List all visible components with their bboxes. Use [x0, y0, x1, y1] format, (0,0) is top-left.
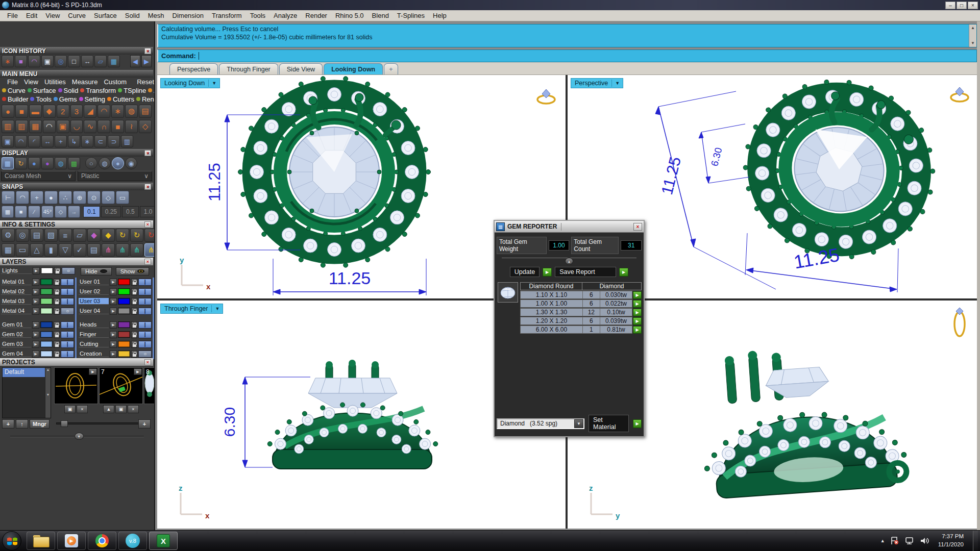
thumbnail-delete-button[interactable]: × — [128, 405, 139, 413]
show-desktop-button[interactable] — [973, 531, 978, 551]
arch-bend-icon[interactable]: ∩ — [97, 120, 110, 133]
layer-visibility-button[interactable]: | — [138, 279, 152, 286]
layer-label[interactable]: Finger — [79, 331, 109, 338]
scatter-tool-icon[interactable]: ∗ — [111, 105, 124, 118]
record-history-icon[interactable]: ↻ — [130, 229, 143, 242]
menu-item[interactable]: Tools — [246, 11, 270, 20]
tray-expand-icon[interactable]: ▲ — [880, 538, 885, 543]
measure-distance-icon[interactable]: ↔ — [81, 55, 93, 67]
clear-history-icon[interactable]: ↻ — [144, 229, 155, 242]
thumbnail-save-button[interactable]: ▣ — [64, 405, 76, 413]
gem-cage-icon[interactable]: △ — [30, 243, 43, 257]
alert-bell-icon[interactable]: ◆ — [102, 229, 115, 242]
gem-outline-icon[interactable]: ◇ — [139, 120, 152, 133]
category-item[interactable]: Gems — [53, 95, 78, 103]
close-icon[interactable]: × — [144, 259, 151, 265]
layer-visibility-button[interactable]: | — [138, 321, 152, 329]
gem-reporter-icon[interactable]: ▦ — [108, 55, 120, 67]
layer-color-swatch[interactable] — [118, 341, 130, 347]
layer-visibility-button[interactable]: | — [61, 331, 74, 338]
layer-color-swatch[interactable] — [118, 279, 130, 285]
command-input[interactable]: Command: — [157, 49, 977, 62]
orange-cube-icon[interactable]: ■ — [111, 120, 124, 133]
command-scrollbar[interactable] — [969, 24, 976, 47]
layer-arrow-button[interactable]: ▶ — [32, 308, 39, 315]
viewport-tab[interactable]: Perspective — [169, 63, 218, 74]
layer-arrow-button[interactable]: ▶ — [110, 331, 117, 338]
viewport-layout-icon[interactable]: ▦ — [2, 243, 15, 257]
filter-funnel-icon[interactable]: ▽ — [59, 243, 72, 257]
volume-icon[interactable] — [920, 537, 929, 545]
orient-tool-icon[interactable]: ◍ — [125, 105, 138, 118]
layer-arrow-button[interactable]: ▶ — [32, 350, 39, 358]
main-menu-reset[interactable]: Reset — [134, 78, 155, 86]
gem-size-cell[interactable]: 1.20 X 1.20 — [520, 317, 583, 325]
close-icon[interactable]: × — [633, 223, 642, 231]
lock-icon[interactable] — [131, 288, 138, 295]
save-report-arrow-button[interactable]: ▶ — [619, 268, 628, 277]
mesh-quality-dropdown[interactable]: Coarse Mesh∨ — [1, 171, 76, 181]
project-up-button[interactable]: ↑ — [16, 419, 28, 429]
extrude-3d-icon[interactable]: 3 — [70, 105, 83, 118]
brick-array-icon[interactable]: ▥ — [2, 120, 14, 133]
layer-label[interactable]: User 04 — [79, 308, 109, 314]
set-material-button[interactable]: Set Material — [589, 415, 629, 432]
menu-item[interactable]: Render — [301, 11, 331, 20]
category-item[interactable]: Transform — [79, 87, 117, 94]
layer-visibility-button[interactable]: | — [61, 288, 74, 295]
report-doc-icon[interactable]: ▤ — [87, 243, 101, 257]
snap-increment-button[interactable]: 0.25 — [101, 206, 121, 217]
hide-button[interactable]: Hide — [81, 267, 112, 276]
spin-view-icon[interactable]: ↻ — [15, 157, 27, 169]
vertex-snap-icon[interactable]: ∴ — [59, 191, 72, 204]
sidebar-splitter[interactable]: ▼ — [10, 436, 144, 437]
history-forward-icon[interactable]: ▶ — [141, 55, 152, 67]
object-list-icon[interactable]: ▤ — [30, 229, 43, 242]
close-button[interactable]: × — [968, 2, 978, 9]
projects-list[interactable]: Default — [2, 367, 51, 418]
planar-snap-icon[interactable]: ◇ — [55, 206, 67, 218]
layer-color-swatch[interactable] — [40, 279, 53, 285]
grid-snap-icon[interactable]: ▦ — [2, 206, 14, 218]
arch-white-icon[interactable]: ◠ — [43, 120, 56, 133]
layer-label[interactable]: Metal 01 — [1, 279, 31, 285]
category-item[interactable]: Cutters — [106, 95, 135, 103]
menu-item[interactable]: Analyze — [270, 11, 301, 20]
close-icon[interactable]: × — [144, 150, 151, 156]
head-pink-icon[interactable]: ⋔ — [102, 243, 115, 257]
project-manager-button[interactable]: Mngr — [30, 419, 50, 429]
menu-item[interactable]: Help — [429, 11, 451, 20]
lock-icon[interactable] — [54, 279, 60, 286]
layer-visibility-button[interactable]: ○ — [138, 350, 152, 358]
category-item[interactable]: Setting — [78, 95, 106, 103]
menu-item[interactable]: View — [41, 11, 64, 20]
center-snap-icon[interactable]: ● — [44, 191, 58, 204]
layer-arrow-button[interactable]: ▶ — [110, 288, 117, 295]
layer-visibility-button[interactable]: | — [138, 298, 152, 305]
quad-view-icon[interactable]: ▩ — [68, 157, 80, 169]
layer-visibility-button[interactable]: | — [61, 298, 74, 305]
add-viewport-tab[interactable]: + — [384, 63, 398, 74]
brick-array2-icon[interactable]: ▥ — [15, 120, 28, 133]
panel-tool-icon[interactable]: ▤ — [139, 105, 152, 118]
layer-arrow-button[interactable]: ▶ — [32, 298, 39, 305]
layer-label[interactable]: Gem 03 — [1, 341, 31, 347]
end-snap-icon[interactable]: ⊢ — [2, 191, 15, 204]
menu-item[interactable]: Rhino 5.0 — [331, 11, 368, 20]
project-list-item[interactable]: Default — [3, 368, 51, 377]
scatter-gems-icon[interactable]: ∗ — [2, 55, 14, 67]
layer-label[interactable]: User 03 — [79, 298, 109, 305]
layer-arrow-button[interactable]: ▶ — [110, 321, 117, 329]
lock-icon[interactable] — [54, 298, 60, 305]
head-gold-icon[interactable]: ⋔ — [144, 243, 155, 257]
menu-item[interactable]: Surface — [90, 11, 121, 20]
menu-item[interactable]: File — [3, 11, 22, 20]
taskbar-matrix-button[interactable]: v.8 — [118, 532, 147, 550]
shaded-view-icon[interactable]: ● — [28, 157, 40, 169]
layer-visibility-button[interactable]: ○ — [62, 267, 75, 274]
layer-color-swatch[interactable] — [40, 350, 53, 357]
gem-row-action-button[interactable]: ▶ — [633, 317, 642, 325]
brick-delete-icon[interactable]: ▦ — [29, 120, 42, 133]
notes-edit-icon[interactable]: ▱ — [73, 229, 86, 242]
lock-icon[interactable] — [54, 350, 60, 358]
